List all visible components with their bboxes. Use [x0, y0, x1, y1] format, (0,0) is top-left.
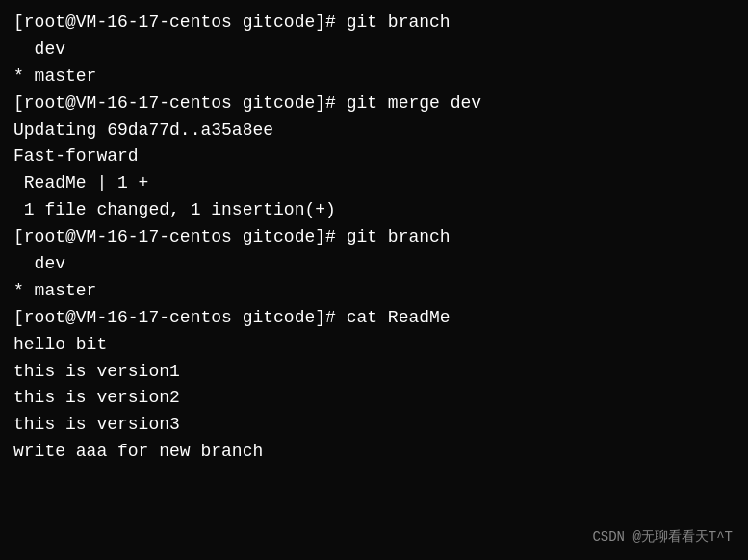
terminal-output-line: this is version1	[13, 359, 735, 386]
terminal-prompt: [root@VM-16-17-centos gitcode]# git merg…	[13, 90, 735, 117]
terminal-output-line: hello bit	[13, 332, 735, 359]
terminal-output-line: * master	[13, 278, 735, 305]
terminal-output-line: * master	[13, 64, 735, 90]
terminal-output: [root@VM-16-17-centos gitcode]# git bran…	[13, 10, 735, 466]
terminal-output-line: dev	[13, 251, 735, 278]
terminal-output-line: Fast-forward	[13, 143, 735, 170]
terminal-output-line: dev	[13, 37, 735, 64]
terminal-prompt: [root@VM-16-17-centos gitcode]# cat Read…	[13, 305, 735, 332]
terminal-output-line: ReadMe | 1 +	[13, 170, 735, 197]
terminal-output-line: write aaa for new branch	[13, 439, 735, 466]
terminal-output-line: this is version3	[13, 412, 735, 439]
terminal-output-line: 1 file changed, 1 insertion(+)	[13, 197, 735, 224]
terminal-prompt: [root@VM-16-17-centos gitcode]# git bran…	[13, 224, 735, 251]
terminal-output-line: Updating 69da77d..a35a8ee	[13, 117, 735, 144]
watermark: CSDN @无聊看看天T^T	[592, 527, 733, 548]
terminal-prompt: [root@VM-16-17-centos gitcode]# git bran…	[13, 10, 735, 37]
terminal-output-line: this is version2	[13, 385, 735, 412]
